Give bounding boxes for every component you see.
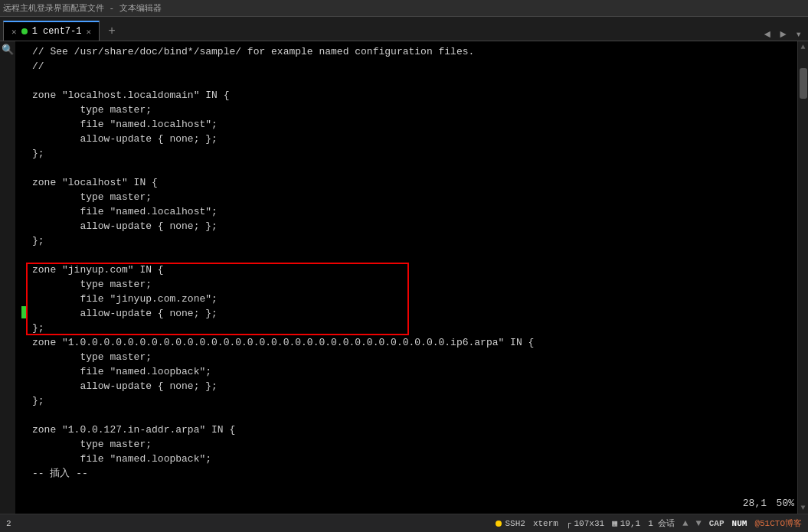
code-line-20: zone "1.0.0.0.0.0.0.0.0.0.0.0.0.0.0.0.0.… xyxy=(21,335,791,350)
line-content-0: // See /usr/share/doc/bind*/sample/ for … xyxy=(32,44,791,59)
line-content-23: allow-update { none; }; xyxy=(32,379,791,393)
tab-label: 1 cent7-1 xyxy=(32,26,82,37)
line-content-19: }; xyxy=(32,321,791,335)
line-content-13: }; xyxy=(32,233,791,248)
scrollbar-right[interactable]: ▲ ▼ xyxy=(797,41,808,514)
code-line-18: allow-update { none; }; xyxy=(21,306,791,321)
status-left: 2 xyxy=(6,519,11,528)
code-line-22: file "named.loopback"; xyxy=(21,364,791,379)
terminal-size: ┌ 107x31 xyxy=(566,519,604,528)
line-content-21: type master; xyxy=(32,350,791,364)
code-line-19: }; xyxy=(21,321,791,335)
title-text: 远程主机登录界面配置文件 - 文本编辑器 xyxy=(3,2,162,14)
scroll-up-arrow[interactable]: ▲ xyxy=(799,41,806,53)
csdn-link: @51CTO博客 xyxy=(754,517,802,529)
code-line-21: type master; xyxy=(21,350,791,364)
editor-main[interactable]: // See /usr/share/doc/bind*/sample/ for … xyxy=(15,41,797,514)
code-line-7: }; xyxy=(21,146,791,161)
mode-line: -- 插入 -- xyxy=(21,466,791,481)
line-content-4: type master; xyxy=(32,103,791,117)
mode-text: -- 插入 -- xyxy=(32,466,88,481)
code-line-10: type master; xyxy=(21,190,791,204)
tab-add-button[interactable]: + xyxy=(103,22,121,41)
editor-container: 🔍 // See /usr/share/doc/bind*/sample/ fo… xyxy=(0,41,808,514)
num-badge: NUM xyxy=(732,519,747,528)
line-content-12: allow-update { none; }; xyxy=(32,219,791,233)
code-line-28: file "named.loopback"; xyxy=(21,452,791,466)
line-content-16: type master; xyxy=(32,277,791,292)
code-line-1: // xyxy=(21,59,791,73)
cursor-pos: 28,1 xyxy=(743,496,767,511)
line-content-26: zone "1.0.0.127.in-addr.arpa" IN { xyxy=(32,423,791,437)
sessions: 1 会话 xyxy=(648,517,675,529)
xterm-label: xterm xyxy=(533,519,558,528)
scroll-down-arrow[interactable]: ▼ xyxy=(799,502,806,514)
code-line-27: type master; xyxy=(21,437,791,452)
status-arrow-up[interactable]: ▲ xyxy=(682,518,688,529)
ssh2-indicator: SSH2 xyxy=(496,519,525,528)
code-line-16: type master; xyxy=(21,277,791,292)
line-content-27: type master; xyxy=(32,437,791,452)
code-line-25 xyxy=(21,408,791,423)
cap-badge: CAP xyxy=(709,519,725,528)
line-content-3: zone "localhost.localdomain" IN { xyxy=(32,88,791,103)
scroll-thumb[interactable] xyxy=(800,68,807,99)
status-right: SSH2 xterm ┌ 107x31 ▦ 19,1 1 会话 ▲ ▼ CAP … xyxy=(496,517,802,529)
code-line-6: allow-update { none; }; xyxy=(21,132,791,146)
code-line-8 xyxy=(21,161,791,175)
title-bar: 远程主机登录界面配置文件 - 文本编辑器 xyxy=(0,0,808,17)
tab-close-icon[interactable]: ✕ xyxy=(11,27,17,37)
line-content-17: file "jinyup.com.zone"; xyxy=(32,292,791,306)
code-line-13: }; xyxy=(21,233,791,248)
line-content-20: zone "1.0.0.0.0.0.0.0.0.0.0.0.0.0.0.0.0.… xyxy=(32,335,791,350)
code-line-26: zone "1.0.0.127.in-addr.arpa" IN { xyxy=(21,423,791,437)
code-line-0: // See /usr/share/doc/bind*/sample/ for … xyxy=(21,44,791,59)
tab-nav: ◄ ► ▾ xyxy=(761,28,805,41)
line-content-22: file "named.loopback"; xyxy=(32,364,791,379)
code-line-15: zone "jinyup.com" IN { xyxy=(21,263,791,277)
tab-nav-more[interactable]: ▾ xyxy=(793,28,805,41)
green-indicator xyxy=(21,306,28,318)
ssh2-label: SSH2 xyxy=(505,519,525,528)
code-line-11: file "named.localhost"; xyxy=(21,204,791,219)
code-line-4: type master; xyxy=(21,103,791,117)
code-area[interactable]: // See /usr/share/doc/bind*/sample/ for … xyxy=(15,41,797,514)
line-indicator-18 xyxy=(21,306,32,318)
ssh2-dot xyxy=(496,521,502,527)
line-content-5: file "named.localhost"; xyxy=(32,117,791,132)
scroll-percent: 50% xyxy=(777,496,794,511)
status-bar: 2 SSH2 xterm ┌ 107x31 ▦ 19,1 1 会话 ▲ ▼ CA… xyxy=(0,514,808,532)
line-content-15: zone "jinyup.com" IN { xyxy=(32,263,791,277)
status-number: 2 xyxy=(6,519,11,528)
line-content-18: allow-update { none; }; xyxy=(32,306,791,321)
line-content-10: type master; xyxy=(32,190,791,204)
status-arrow-down[interactable]: ▼ xyxy=(696,518,702,529)
line-content-7: }; xyxy=(32,146,791,161)
code-line-3: zone "localhost.localdomain" IN { xyxy=(21,88,791,103)
tab-x-icon[interactable]: ✕ xyxy=(86,27,91,37)
tab-bar: ✕ 1 cent7-1 ✕ + ◄ ► ▾ xyxy=(0,17,808,41)
code-line-9: zone "localhost" IN { xyxy=(21,175,791,190)
code-line-14 xyxy=(21,248,791,263)
search-icon[interactable]: 🔍 xyxy=(0,41,15,58)
tab-status-dot xyxy=(21,28,28,34)
cell-info: ▦ 19,1 xyxy=(612,518,640,528)
line-content-28: file "named.loopback"; xyxy=(32,452,791,466)
line-content-11: file "named.localhost"; xyxy=(32,204,791,219)
code-line-23: allow-update { none; }; xyxy=(21,379,791,393)
tab-nav-forward[interactable]: ► xyxy=(777,28,789,41)
line-content-9: zone "localhost" IN { xyxy=(32,175,791,190)
code-line-5: file "named.localhost"; xyxy=(21,117,791,132)
code-line-12: allow-update { none; }; xyxy=(21,219,791,233)
code-line-17: file "jinyup.com.zone"; xyxy=(21,292,791,306)
code-line-2 xyxy=(21,73,791,88)
tab-nav-back[interactable]: ◄ xyxy=(761,28,774,41)
line-content-24: }; xyxy=(32,393,791,408)
line-content-1: // xyxy=(32,59,791,73)
code-line-24: }; xyxy=(21,393,791,408)
tab-cent7-1[interactable]: ✕ 1 cent7-1 ✕ xyxy=(3,21,100,41)
line-content-6: allow-update { none; }; xyxy=(32,132,791,146)
